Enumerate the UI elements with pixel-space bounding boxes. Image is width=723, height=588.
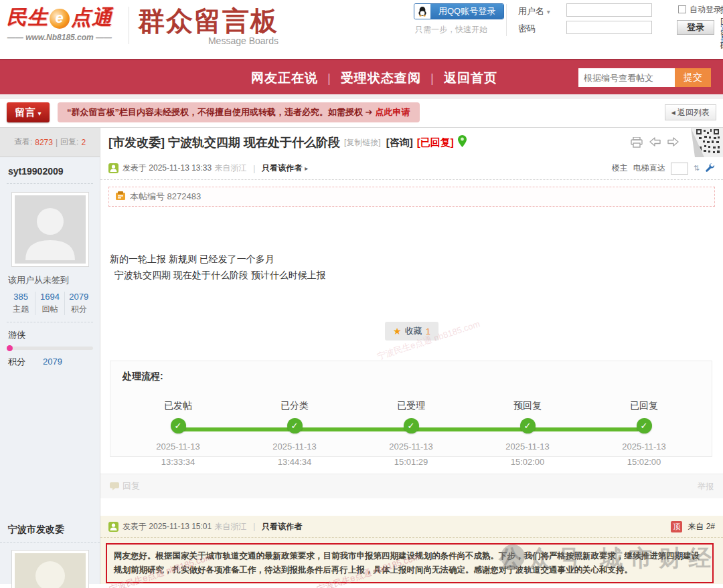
process-step-prereply: 预回复 ✓ 2025-11-13 15:02:00 [484,400,571,467]
favorite-label: 收藏 [405,325,422,337]
post1-content-column: [市发改委] 宁波轨交四期 现在处于什么阶段 [复制链接] [咨询] [已回复] [100,128,723,516]
signin-status: 该用户从未签到 [7,274,93,286]
post1-meta-row: 发表于 2025-11-13 13:33 来自浙江 | 只看该作者 ▸ 楼主 电… [100,157,723,180]
elevator-jump-button[interactable]: 电梯直达 [633,163,665,174]
replies-label: 回复: [60,136,78,148]
message-menu-button[interactable]: 留言 ▾ [7,102,50,122]
logo-brand1: 民生 [7,6,48,28]
post-id-search-input[interactable] [578,68,675,87]
views-replies-counter: 查看: 8273 | 回复: 2 [0,128,100,157]
star-icon: ★ [393,326,402,336]
logo-url: —— www.Nb8185.com —— [7,33,112,42]
score-value: 2079 [43,357,62,367]
post1-timestamp: 发表于 2025-11-13 13:33 [123,163,212,174]
qq-penguin-icon [414,3,430,19]
only-author-caret-icon: ▸ [305,165,308,172]
score-line: 积分2079 [7,356,93,368]
manage-wrench-icon[interactable] [705,163,715,175]
post1-message: 新的一轮上报 新规则 已经发了一个多月 宁波轨交四期 现在处于什么阶段 预计什么… [110,251,714,283]
elevator-floor-input[interactable] [671,163,688,175]
avatar-silhouette-icon [20,199,80,260]
username-label[interactable]: 用户名 ▾ [518,5,550,17]
username-caret-icon: ▾ [547,8,550,15]
login-button[interactable]: 登录 [677,20,714,35]
site-logo[interactable]: 民生e点通 —— www.Nb8185.com —— [7,4,112,42]
stat-topics-value: 385 [7,292,35,302]
post2-avatar[interactable] [12,551,88,588]
apply-authorization-link[interactable]: 点此申请 [376,107,410,117]
process-flow-title: 处理流程: [123,371,700,383]
thread-main: 查看: 8273 | 回复: 2 syt19902009 该用户从未签到 385… [0,127,723,516]
post2-sidebar: 宁波市发改委 [0,516,100,584]
post-number-box: 本帖编号 8272483 [108,187,715,207]
author-stats: 385 主题 1694 回帖 2079 积分 [7,292,93,322]
nav-separator: | [430,71,434,86]
step-date: 2025-11-13 [135,442,222,452]
nav-separator: | [327,71,331,86]
title-toolbar [631,137,679,151]
step-date: 2025-11-13 [368,442,455,452]
copy-link-button[interactable]: [复制链接] [344,137,381,149]
post1-footer: 回复 举报 [100,474,723,498]
favorite-button[interactable]: ★ 收藏 1 [385,322,438,340]
stat-points[interactable]: 2079 积分 [65,292,93,315]
step-check-icon: ✓ [520,418,536,433]
only-author-button[interactable]: 只看该作者 [262,163,302,174]
post2-content-column: 发表于 2025-11-13 15:01 来自浙江 | 只看该作者 顶 来自 2… [100,516,723,584]
location-pin-icon[interactable] [458,135,467,150]
post2-floor: 来自 2# [688,521,715,532]
nav-link-status-check[interactable]: 受理状态查阅 [341,70,421,87]
back-to-list-button[interactable]: ◂ 返回列表 [665,104,716,120]
thread-status-badge: [已回复] [417,136,454,149]
post1-message-line2: 宁波轨交四期 现在处于什么阶段 预计什么时候上报 [110,267,714,283]
stat-replies[interactable]: 1694 回帖 [35,292,64,315]
logo-e-icon: e [50,9,70,29]
prev-thread-icon[interactable] [649,137,661,151]
step-check-icon: ✓ [404,418,419,433]
qq-login-button[interactable]: 用QQ账号登录 [414,3,504,19]
process-step-classified: 已分类 ✓ 2025-11-13 13:44:34 [251,400,338,467]
next-thread-icon[interactable] [667,137,679,151]
nav-link-now-talking[interactable]: 网友正在说 [251,70,318,87]
post1-author-name[interactable]: syt19902009 [7,157,93,184]
step-label: 已受理 [368,400,455,412]
nav-link-home[interactable]: 返回首页 [444,70,497,87]
thread-title: [市发改委] 宁波轨交四期 现在处于什么阶段 [108,134,340,151]
step-date: 2025-11-13 [484,442,571,452]
reply-button[interactable]: 回复 [110,480,140,492]
search-submit-button[interactable]: 提交 [675,68,711,87]
counter-separator: | [56,138,58,147]
report-button[interactable]: 举报 [698,481,714,492]
password-input[interactable] [566,21,652,34]
header-divider [129,7,129,44]
stat-topics[interactable]: 385 主题 [7,292,35,315]
auto-login-checkbox[interactable] [678,5,686,13]
post2-author-name[interactable]: 宁波市发改委 [0,516,100,543]
post1-body: 本帖编号 8272483 新的一轮上报 新规则 已经发了一个多月 宁波轨交四期 … [100,187,723,498]
board-logo: 群众留言板 Message Boards [138,3,278,46]
stat-replies-label: 回帖 [35,304,64,315]
step-check-icon: ✓ [171,418,186,433]
replies-count: 2 [81,138,86,147]
post1-avatar[interactable] [12,193,88,266]
meta-separator: | [253,522,255,531]
print-icon[interactable] [631,137,643,151]
post-id-search: 提交 [578,68,711,87]
username-input[interactable] [566,3,652,17]
step-label: 已发帖 [135,400,222,412]
post2-meta-row: 发表于 2025-11-13 15:01 来自浙江 | 只看该作者 顶 来自 2… [100,516,723,538]
favorite-count: 1 [426,326,430,336]
post1-location: 来自浙江 [214,163,246,174]
step-check-icon: ✓ [287,418,303,433]
rank-progress-dot [7,345,13,351]
qr-code[interactable] [691,128,723,157]
password-label: 密码 [518,23,536,35]
avatar-silhouette-icon [20,551,80,588]
updown-arrows-icon[interactable]: ⇅ [694,164,700,173]
board-title: 群众留言板 [138,3,278,39]
site-header: 民生e点通 —— www.Nb8185.com —— 群众留言板 Message… [0,0,723,59]
register-link[interactable]: 注册 [720,22,723,46]
top-badge[interactable]: 顶 [671,521,682,532]
post2-location: 来自浙江 [214,521,246,532]
only-author-button[interactable]: 只看该作者 [262,521,302,532]
